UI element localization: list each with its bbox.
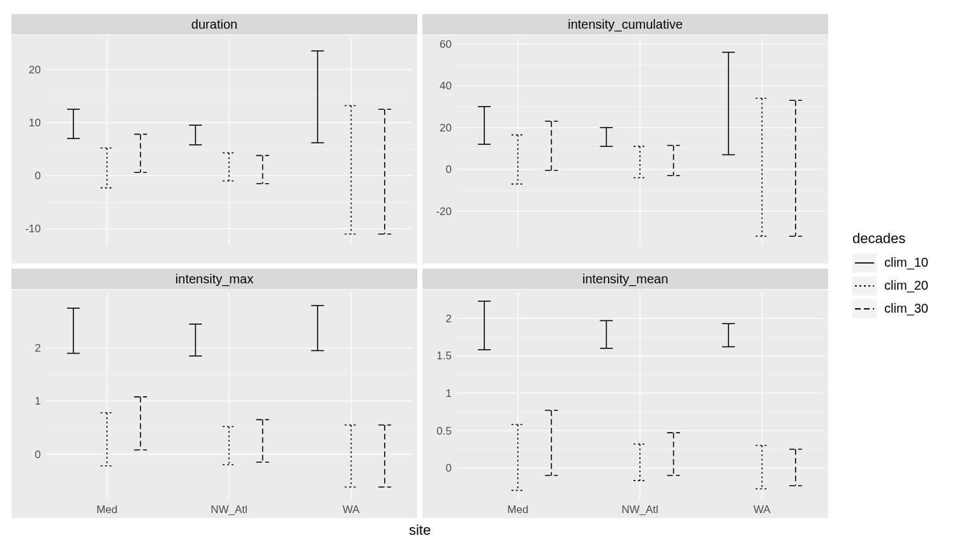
error-bar	[311, 305, 324, 350]
error-bar	[311, 50, 324, 142]
error-bar	[667, 145, 680, 175]
legend-title: decades	[852, 230, 967, 247]
y-tick-label: 0.5	[436, 424, 452, 436]
legend-label: clim_10	[884, 255, 928, 270]
facet-strip: intensity_max	[11, 269, 417, 289]
error-bar	[478, 107, 491, 144]
chart-area: -1001020	[11, 34, 417, 264]
y-tick-label: 0	[446, 163, 452, 175]
y-tick-label: 40	[440, 80, 452, 92]
facet-strip: intensity_mean	[422, 269, 828, 289]
error-bar	[223, 426, 235, 465]
facet-grid: duration-1001020intensity_cumulative-200…	[11, 14, 828, 518]
error-bar	[478, 301, 491, 350]
y-tick-label: 20	[440, 121, 452, 133]
y-tick-label: 1	[35, 395, 41, 407]
x-tick-label: WA	[754, 504, 771, 516]
error-bar	[722, 324, 735, 347]
error-bar	[545, 410, 558, 475]
chart-area: -200204060	[422, 34, 828, 264]
x-tick-label: Med	[507, 504, 528, 516]
chart-area: 00.511.52MedNW_AtlWA	[422, 289, 828, 518]
error-bar	[134, 396, 147, 449]
legend-label: clim_20	[884, 278, 928, 293]
x-axis-title: site	[409, 522, 431, 539]
error-bar	[189, 125, 202, 145]
y-tick-label: 1	[446, 387, 452, 399]
plot-column: duration-1001020intensity_cumulative-200…	[6, 14, 833, 539]
error-bar	[600, 127, 612, 145]
legend-items: clim_10clim_20clim_30	[852, 253, 967, 318]
facet-panel: intensity_max012MedNW_AtlWA	[11, 269, 417, 518]
legend-key-icon	[852, 253, 877, 272]
facet-panel: intensity_cumulative-200204060	[422, 14, 828, 264]
y-tick-label: 0	[35, 170, 41, 182]
y-tick-label: 1.5	[436, 350, 452, 362]
facet-panel: intensity_mean00.511.52MedNW_AtlWA	[422, 269, 828, 518]
chart-area: 012MedNW_AtlWA	[11, 289, 417, 518]
legend-item: clim_30	[852, 299, 967, 318]
error-bar	[545, 121, 558, 170]
legend: decades clim_10clim_20clim_30	[852, 230, 967, 322]
error-bar	[189, 324, 202, 355]
y-tick-label: 2	[446, 312, 452, 324]
error-bar	[67, 109, 80, 138]
y-tick-label: -20	[436, 205, 452, 217]
y-tick-label: 0	[446, 462, 452, 474]
facet-strip: intensity_cumulative	[422, 14, 828, 34]
y-tick-label: 2	[35, 342, 41, 354]
error-bar	[378, 424, 391, 486]
error-bar	[67, 308, 80, 353]
facet-strip: duration	[11, 14, 417, 34]
error-bar	[256, 155, 269, 183]
error-bar	[722, 52, 735, 154]
figure: duration-1001020intensity_cumulative-200…	[0, 0, 980, 552]
error-bar	[134, 134, 147, 172]
y-tick-label: 20	[29, 63, 41, 75]
y-tick-label: 10	[29, 117, 41, 129]
y-tick-label: 0	[35, 448, 41, 460]
error-bar	[378, 109, 391, 234]
error-bar	[256, 419, 269, 462]
y-tick-label: 60	[440, 38, 452, 50]
x-tick-label: Med	[96, 504, 117, 516]
y-tick-label: -10	[25, 223, 41, 235]
legend-key-icon	[852, 276, 877, 295]
legend-key-icon	[852, 299, 877, 318]
legend-item: clim_10	[852, 253, 967, 272]
error-bar	[600, 320, 612, 348]
x-tick-label: WA	[343, 504, 360, 516]
x-tick-label: NW_Atl	[211, 504, 248, 516]
error-bar	[667, 433, 680, 475]
legend-item: clim_20	[852, 276, 967, 295]
error-bar	[789, 100, 802, 236]
x-tick-label: NW_Atl	[621, 504, 658, 516]
legend-label: clim_30	[884, 301, 928, 316]
facet-panel: duration-1001020	[11, 14, 417, 264]
